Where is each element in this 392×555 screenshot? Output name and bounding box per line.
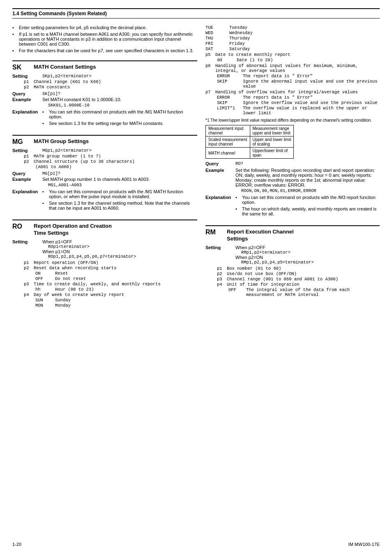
ro-exp-label: Explanation [205, 195, 232, 218]
ro-when-off: When p1=OFF [42, 239, 136, 244]
ro-param-p2-off: OFF Do not reset [35, 276, 197, 281]
rm-param-p4: p4 Unit of time for integration [217, 282, 380, 287]
mg-query-label: Query [12, 171, 39, 176]
ro-setting-label: Setting [12, 239, 39, 259]
sk-example-row: Example Set MATH constant K01 to 1.0000E… [12, 97, 197, 102]
ro-params: p1 Report operation (OFF/ON) p2 Reset da… [24, 260, 197, 308]
ro-example-cmd: ROON,ON,00,MON,01,ERROR,ERROR [241, 188, 316, 193]
sk-header: SK MATH Constant Settings [12, 60, 197, 71]
sk-exp-bullet-2: • See section 1.3 for the setting range … [42, 121, 197, 126]
rm-param-p2: p2 Use/do not use box (OFF/ON) [217, 271, 380, 276]
mg-explanation-label: Explanation [12, 189, 39, 212]
mg-title: MATH Group Settings [34, 138, 89, 144]
ro-param-p7-skip: SKIP Ignore the overflow value and use t… [217, 100, 380, 105]
sk-code: SK [12, 64, 29, 71]
ro-example-row: Example Set the following: Resetting upo… [205, 168, 380, 187]
mg-example-label: Example [12, 177, 39, 182]
rm-param-p3: p3 Channel range (001 to 060 and A001 to… [217, 277, 380, 282]
sk-setting-row: Setting SKp1,p2<terminator> [12, 74, 197, 79]
mg-explanation-content: • You can set this command on products w… [42, 189, 197, 212]
bullet-3: • For the characters that can be used fo… [12, 48, 197, 53]
mg-params: p1 MATH group number (1 to 7) p2 Channel… [24, 154, 197, 169]
mg-query-row: Query MG[p1]? [12, 171, 197, 176]
intro-bullets: • Enter setting parameters for p4, p5 ex… [12, 25, 197, 53]
rm-setting-row: Setting When p2=OFF RMp1,p2<terminator> … [205, 245, 380, 265]
mg-example-cmd: MG1,A001-A003 [48, 183, 82, 187]
ro-exp-bullet-1: • You can set this command on products w… [235, 195, 380, 205]
ro-day-thu: THU Thursday [205, 36, 380, 41]
sk-example-text: Set MATH constant K01 to 1.0000E-10. [42, 97, 121, 102]
ro-param-p4: p4 Day of week to create weekly report [24, 292, 197, 297]
mg-setting-cmd: MGp1,p2<terminator> [42, 148, 92, 153]
sk-exp-bullet-1: • You can set this command on products w… [42, 109, 197, 119]
sk-explanation-label: Explanation [12, 109, 39, 127]
sk-query-cmd: SK[p1]? [42, 91, 60, 96]
rm-when-p2-on: When p2=ON [235, 255, 314, 260]
mg-param-p2-range: (A001 to A060) [35, 164, 197, 169]
rm-section: RM Report Execution Channel Settings Set… [205, 225, 380, 297]
ro-query-row: Query RO? [205, 161, 380, 166]
ro-example-cmd-row: ROON,ON,00,MON,01,ERROR,ERROR [211, 188, 380, 193]
ro-day-wed: WED Wednesday [205, 30, 380, 35]
right-column: TUE Tuesday WED Wednesday THU Thursday F… [205, 25, 380, 315]
ro-exp-bullet-2: • The hour on which daily, weekly, and m… [235, 206, 380, 216]
mg-setting-label: Setting [12, 148, 39, 153]
sk-explanation-row: Explanation • You can set this command o… [12, 109, 197, 127]
ro-day-tue: TUE Tuesday [205, 25, 380, 30]
sk-setting-label: Setting [12, 74, 39, 79]
rm-subtitle: Settings [227, 236, 294, 243]
ro-param-p3: p3 Time to create daily, weekly, and mon… [24, 282, 197, 287]
mg-explanation-row: Explanation • You can set this command o… [12, 189, 197, 212]
ro-cmd-on: ROp1,p2,p3,p4,p5,p6,p7<terminator> [48, 254, 136, 259]
page-footer: 1-20 IM MW100-17E [12, 542, 380, 547]
ro-param-p7-error: ERROR The report data is " Error" [217, 95, 380, 100]
rm-param-p1: p1 Box number (01 to 60) [217, 266, 380, 271]
ro-section: RO Report Operation and Creation Time Se… [12, 220, 197, 308]
ro-param-p7-limit: LIMIT*1 The overflow value is replaced w… [217, 106, 380, 116]
ro-example-text: Set the following: Resetting upon record… [235, 168, 380, 187]
ro-param-p6: p6 Handling of abnormal input values for… [205, 63, 380, 73]
ro-param-p5-dd: dd Date (1 to 28) [217, 58, 380, 62]
sk-example-label: Example [12, 97, 39, 102]
sk-example-cmd: SKK01,1.0000E-10 [48, 103, 90, 108]
rm-params: p1 Box number (01 to 60) p2 Use/do not u… [217, 266, 380, 297]
sk-title: MATH Constant Settings [34, 64, 96, 70]
rm-code: RM [205, 229, 222, 236]
bullet-1: • Enter setting parameters for p4, p5 ex… [12, 25, 197, 30]
mg-exp-bullet-1: • You can set this command on products w… [42, 189, 197, 199]
ro-param-p6-skip: SKIP Ignore the abnormal input value and… [217, 79, 380, 89]
rm-param-p4-off: OFF The integral value of the data from … [228, 287, 380, 297]
mg-param-p1: p1 MATH group number (1 to 7) [24, 154, 197, 159]
ro-param-p7: p7 Handling of overflow values for integ… [205, 90, 380, 95]
page-number-left: 1-20 [12, 542, 21, 547]
ro-param-p4-sun: SUN Sunday [35, 298, 197, 303]
ro-cmd-off: ROp1<terminator> [48, 244, 136, 249]
page-number-right: IM MW100-17E [348, 542, 380, 547]
mg-section: MG MATH Group Settings Setting MGp1,p2<t… [12, 135, 197, 212]
ro-when-on: When p1=ON [42, 249, 136, 254]
ro-code: RO [12, 223, 29, 230]
ro-param-p2-on: ON Reset [35, 271, 197, 276]
sk-query-label: Query [12, 91, 39, 96]
sk-section: SK MATH Constant Settings Setting SKp1,p… [12, 60, 197, 127]
ro-subtitle: Time Settings [34, 230, 112, 237]
ro-note: *1 The lower/upper limit value replaced … [205, 118, 380, 159]
ro-header: RO Report Operation and Creation Time Se… [12, 220, 197, 237]
ro-exp-row: Explanation • You can set this command o… [205, 195, 380, 218]
ro-param-p5: p5 Date to create monthly report [205, 52, 380, 57]
sk-query-row: Query SK[p1]? [12, 91, 197, 96]
ro-param-p3-hh: hh Hour (00 to 23) [35, 287, 197, 292]
ro-query-section: Query RO? Example Set the following: Res… [205, 161, 380, 218]
rm-cmd-on: RMp1,p2,p3,p4,p5<terminator> [241, 260, 314, 265]
ro-param-p4-mon: MON Monday [35, 303, 197, 308]
page-header: 1.4 Setting Commands (System Related) [12, 8, 380, 18]
sk-example-cmd-row: SKK01,1.0000E-10 [18, 103, 197, 108]
mg-param-p2: p2 Channel structure (up to 36 character… [24, 159, 197, 164]
ro-day-fri: FRI Friday [205, 41, 380, 46]
mg-exp-bullet-2: • See section 1.3 for the channel settin… [42, 201, 197, 210]
rm-cmd-off: RMp1,p2<terminator> [241, 250, 314, 255]
rm-when-p2-off: When p2=OFF [235, 245, 314, 250]
mg-setting-row: Setting MGp1,p2<terminator> [12, 148, 197, 153]
ro-day-sat: SAT Saturday [205, 46, 380, 51]
ro-ref-table: Measurement inputchannel Measurement ran… [205, 125, 294, 159]
